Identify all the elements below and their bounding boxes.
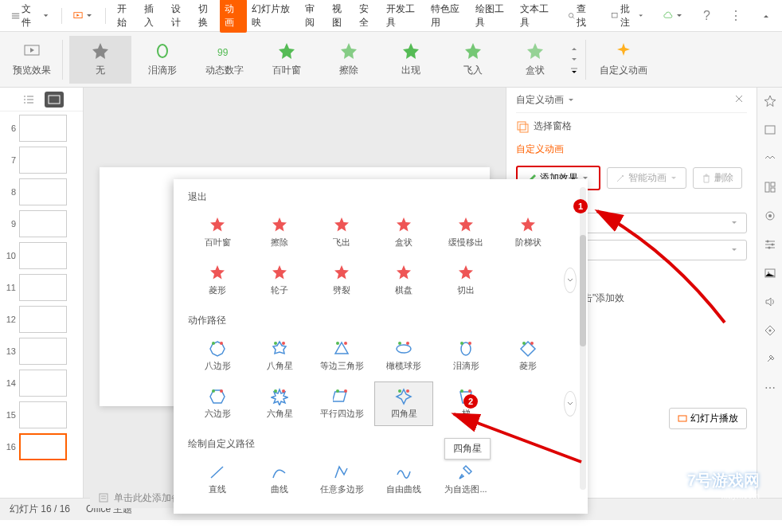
menu-hamburger[interactable]: 文件 (6, 0, 55, 33)
slideshow-play-button[interactable]: 幻灯片播放 (669, 408, 747, 429)
rb-settings-icon[interactable] (763, 237, 777, 252)
hamburger-icon (11, 11, 20, 21)
rb-template-icon[interactable] (763, 180, 777, 194)
menu-tab-6[interactable]: 审阅 (300, 0, 327, 33)
anim-preset-2[interactable]: 99动态数字 (194, 36, 256, 84)
exit-effect-item[interactable]: 盒状 (374, 210, 433, 255)
exit-effect-item[interactable]: 切出 (436, 258, 495, 303)
menu-tab-2[interactable]: 设计 (166, 0, 194, 33)
expand-button[interactable] (757, 8, 776, 24)
slide-thumbnail[interactable]: 14 (3, 370, 80, 397)
rb-tool-icon[interactable] (763, 352, 777, 366)
slide-thumbnail[interactable]: 12 (3, 306, 80, 333)
select-pane-link[interactable]: 选择窗格 (534, 119, 572, 133)
preview-button[interactable]: 预览效果 (8, 36, 56, 84)
menu-tab-5[interactable]: 幻灯片放映 (247, 0, 300, 33)
slide-thumbnail[interactable]: 16 (3, 433, 80, 460)
smart-anim-button[interactable]: 智能动画 (607, 167, 686, 189)
custom-path-item[interactable]: 曲线 (250, 457, 309, 502)
anim-preset-3[interactable]: 百叶窗 (256, 36, 318, 84)
slide-thumbnail[interactable]: 6 (3, 115, 80, 142)
delete-button[interactable]: 删除 (693, 167, 742, 189)
menu-tab-0[interactable]: 开始 (112, 0, 139, 33)
slide-thumbnail[interactable]: 9 (3, 210, 80, 237)
rb-image-icon[interactable] (763, 266, 777, 280)
cloud-button[interactable] (659, 8, 689, 24)
more-path-button[interactable] (564, 391, 577, 417)
svg-point-35 (530, 342, 534, 345)
expand-gallery-icon[interactable] (569, 67, 579, 75)
exit-effect-item[interactable]: 劈裂 (312, 258, 371, 303)
path-effect-item[interactable]: 六角星 (250, 381, 309, 426)
menu-file-label: 文件 (22, 2, 39, 29)
outline-view-button[interactable] (19, 92, 38, 108)
rb-effects-icon[interactable] (763, 151, 777, 166)
slide-thumbnail[interactable]: 8 (3, 178, 80, 205)
exit-effect-item[interactable]: 菱形 (188, 258, 247, 303)
svg-rect-11 (771, 182, 775, 186)
anim-preset-0[interactable]: 无 (69, 36, 131, 84)
path-effect-item[interactable]: 菱形 (499, 334, 557, 378)
slideshow-mini-icon[interactable] (68, 8, 99, 24)
path-effect-item[interactable]: 四角星 (374, 381, 433, 426)
anim-preset-1[interactable]: 泪滴形 (131, 36, 194, 84)
anim-preset-5[interactable]: 出现 (380, 36, 442, 84)
path-effect-item[interactable]: 泪滴形 (436, 334, 495, 378)
custom-anim-link[interactable]: 自定义动画 (516, 139, 747, 159)
rb-diamond-icon[interactable] (763, 323, 777, 338)
more-button[interactable]: ⋮ (725, 5, 747, 26)
rb-anim-icon[interactable] (763, 209, 777, 223)
search-button[interactable]: 查找 (563, 0, 596, 33)
thumbnail-view-button[interactable] (45, 92, 64, 108)
scroll-up-icon[interactable] (569, 45, 579, 53)
exit-effect-item[interactable]: 轮子 (250, 258, 309, 303)
path-effect-item[interactable]: 八边形 (188, 334, 247, 378)
custom-path-item[interactable]: 为自选图... (436, 457, 495, 502)
menu-tab-11[interactable]: 绘图工具 (471, 0, 515, 33)
menu-tab-7[interactable]: 视图 (327, 0, 354, 33)
exit-effect-item[interactable]: 百叶窗 (188, 210, 247, 255)
menu-tab-8[interactable]: 安全 (354, 0, 381, 33)
rb-star-icon[interactable] (763, 94, 777, 108)
slide-thumbnail[interactable]: 11 (3, 274, 80, 301)
menu-tab-12[interactable]: 文本工具 (515, 0, 560, 33)
slide-thumbnail[interactable]: 10 (3, 242, 80, 269)
divider (105, 8, 106, 24)
slide-thumbnail[interactable]: 15 (3, 401, 80, 428)
annotate-button[interactable]: 批注 (606, 0, 649, 33)
anim-preset-4[interactable]: 擦除 (318, 36, 380, 84)
path-effect-item[interactable]: 八角星 (250, 334, 309, 378)
anim-preset-6[interactable]: 飞入 (442, 36, 504, 84)
rb-sound-icon[interactable] (763, 295, 777, 309)
slide-thumbnail[interactable]: 7 (3, 147, 80, 174)
close-pane-button[interactable] (731, 91, 747, 109)
pane-title[interactable]: 自定义动画 (516, 93, 575, 107)
rb-more-icon[interactable]: ⋯ (763, 381, 777, 395)
custom-path-item[interactable]: 自由曲线 (374, 457, 433, 502)
exit-effect-item[interactable]: 棋盘 (374, 258, 433, 303)
custom-path-item[interactable]: 直线 (188, 457, 247, 502)
custom-anim-button[interactable]: 自定义动画 (592, 36, 655, 84)
exit-effect-item[interactable]: 阶梯状 (499, 210, 557, 255)
custom-path-item[interactable]: 任意多边形 (312, 457, 371, 502)
path-effect-item[interactable]: 平行四边形 (312, 381, 371, 426)
menu-tab-3[interactable]: 切换 (194, 0, 221, 33)
exit-effect-item[interactable]: 飞出 (312, 210, 371, 255)
menu-tab-4[interactable]: 动画 (220, 0, 247, 33)
path-effect-item[interactable]: 六边形 (188, 381, 247, 426)
exit-effect-item[interactable]: 擦除 (250, 210, 309, 255)
scrollbar[interactable] (580, 187, 586, 490)
path-effect-item[interactable]: 橄榄球形 (374, 334, 433, 378)
exit-effect-item[interactable]: 缓慢移出 (436, 210, 495, 255)
rb-box-icon[interactable] (763, 123, 777, 137)
menu-tab-9[interactable]: 开发工具 (381, 0, 426, 33)
menu-tab-10[interactable]: 特色应用 (426, 0, 471, 33)
path-effect-item[interactable]: 等边三角形 (312, 334, 371, 378)
anim-preset-7[interactable]: 盒状 (504, 36, 566, 84)
more-exit-button[interactable] (564, 268, 577, 293)
slide-thumbnail[interactable]: 13 (3, 338, 80, 365)
help-button[interactable]: ? (698, 6, 715, 26)
scroll-down-icon[interactable] (569, 56, 579, 64)
menu-tab-1[interactable]: 插入 (139, 0, 166, 33)
annotation-badge-1: 1 (573, 199, 588, 213)
